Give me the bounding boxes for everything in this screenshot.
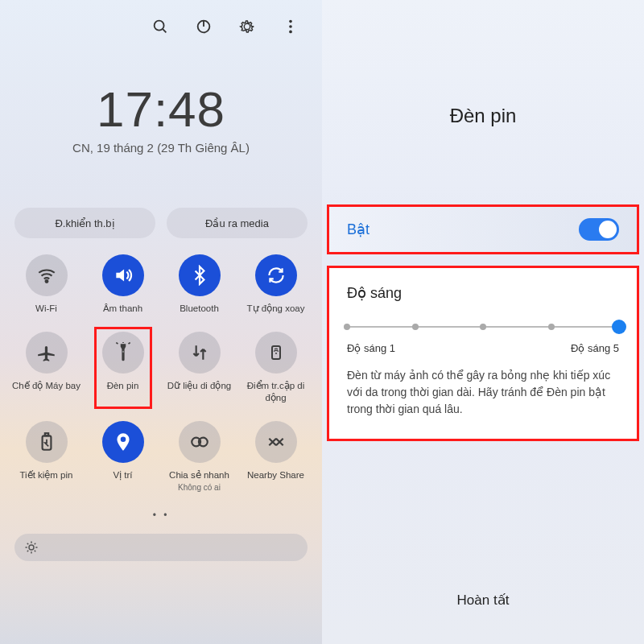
sound-icon xyxy=(102,254,144,296)
svg-point-4 xyxy=(289,20,292,23)
qs-tile-nearby[interactable]: Nearby Share xyxy=(237,421,314,491)
wifi-icon xyxy=(26,254,68,296)
quick-settings-panel: 17:48 CN, 19 tháng 2 (29 Th Giêng ÂL) Đ.… xyxy=(0,0,322,644)
qs-tile-quickshare[interactable]: Chia sẻ nhanhKhông có ai xyxy=(161,421,237,491)
svg-line-26 xyxy=(35,543,36,544)
qs-tile-wifi[interactable]: Wi-Fi xyxy=(8,254,85,314)
brightness-level-slider[interactable] xyxy=(347,320,619,334)
svg-line-9 xyxy=(116,343,118,345)
device-control-chip[interactable]: Đ.khiển th.bị xyxy=(14,208,155,238)
qs-tile-label: Chia sẻ nhanh xyxy=(169,469,229,481)
done-button[interactable]: Hoàn tất xyxy=(322,592,644,609)
slider-tick xyxy=(344,324,350,330)
qs-tile-battery[interactable]: Tiết kiệm pin xyxy=(8,421,85,491)
flashlight-toggle-row[interactable]: Bật xyxy=(327,204,639,254)
slider-tick xyxy=(412,324,419,330)
warning-text: Đèn từ máy ảnh có thể gây ra bỏng nhẹ kh… xyxy=(347,367,619,418)
data-icon xyxy=(179,332,221,374)
hotspot-icon xyxy=(255,332,297,374)
svg-line-24 xyxy=(35,550,36,551)
qs-tile-label: Nearby Share xyxy=(247,469,304,481)
slider-min-label: Độ sáng 1 xyxy=(347,342,395,354)
brightness-slider[interactable] xyxy=(14,534,308,561)
qs-tile-label: Wi-Fi xyxy=(35,303,57,314)
rotate-icon xyxy=(255,254,297,296)
location-icon xyxy=(102,421,144,463)
flashlight-switch[interactable] xyxy=(579,218,619,241)
slider-tick xyxy=(480,324,486,330)
power-icon[interactable] xyxy=(195,18,213,35)
svg-rect-15 xyxy=(44,433,47,436)
svg-line-23 xyxy=(27,543,29,544)
airplane-icon xyxy=(26,332,68,374)
topbar xyxy=(0,0,322,42)
page-title: Đèn pin xyxy=(322,105,644,127)
svg-point-5 xyxy=(289,25,292,28)
qs-tile-data[interactable]: Dữ liệu di động xyxy=(161,332,237,403)
brightness-card: Độ sáng Độ sáng 1 Độ sáng 5 Đèn từ máy ả… xyxy=(327,266,639,441)
svg-line-1 xyxy=(163,29,166,32)
qs-tile-label: Tự động xoay xyxy=(247,303,305,314)
qs-tile-airplane[interactable]: Chế độ Máy bay xyxy=(8,332,85,403)
qs-tile-label: Âm thanh xyxy=(103,303,142,314)
pager-dots[interactable]: • • xyxy=(0,510,322,521)
quickshare-icon xyxy=(179,421,221,463)
slider-thumb[interactable] xyxy=(612,320,626,334)
slider-tick xyxy=(548,324,555,330)
qs-tile-label: Tiết kiệm pin xyxy=(20,469,73,481)
clock: 17:48 CN, 19 tháng 2 (29 Th Giêng ÂL) xyxy=(0,80,322,155)
clock-time: 17:48 xyxy=(0,80,322,138)
battery-icon xyxy=(26,421,68,463)
qs-tile-label: Đèn pin xyxy=(107,380,139,391)
svg-line-10 xyxy=(128,343,130,345)
qs-tile-hotspot[interactable]: Điểm tr.cập di động xyxy=(237,332,314,403)
qs-tile-label: Dữ liệu di động xyxy=(167,380,232,391)
flashlight-settings-panel: Đèn pin Bật Độ sáng Độ sáng 1 Độ sáng 5 … xyxy=(322,0,644,644)
qs-tile-sublabel: Không có ai xyxy=(178,483,221,492)
more-icon[interactable] xyxy=(282,18,299,35)
qs-tile-label: Điểm tr.cập di động xyxy=(242,380,311,403)
nearby-icon xyxy=(255,421,297,463)
gear-icon[interactable] xyxy=(238,18,256,35)
slider-max-label: Độ sáng 5 xyxy=(571,342,619,354)
search-icon[interactable] xyxy=(151,18,169,35)
clock-date: CN, 19 tháng 2 (29 Th Giêng ÂL) xyxy=(0,141,322,155)
sun-icon xyxy=(24,540,39,555)
svg-point-8 xyxy=(122,351,123,353)
svg-point-18 xyxy=(29,545,34,550)
svg-point-0 xyxy=(155,21,164,31)
qs-tile-flashlight[interactable]: Đèn pin xyxy=(85,332,161,403)
svg-point-13 xyxy=(275,353,277,354)
quick-settings-grid: Wi-FiÂm thanhBluetoothTự động xoayChế độ… xyxy=(0,254,322,492)
bluetooth-icon xyxy=(179,254,221,296)
qs-tile-label: Vị trí xyxy=(113,469,132,481)
qs-tile-bluetooth[interactable]: Bluetooth xyxy=(161,254,237,314)
toggle-label: Bật xyxy=(347,221,369,238)
qs-tile-location[interactable]: Vị trí xyxy=(85,421,161,491)
svg-point-7 xyxy=(45,280,47,283)
qs-tile-sound[interactable]: Âm thanh xyxy=(85,254,161,314)
brightness-heading: Độ sáng xyxy=(347,284,619,302)
qs-tile-label: Chế độ Máy bay xyxy=(12,380,80,391)
flashlight-icon xyxy=(102,332,144,374)
svg-point-6 xyxy=(289,31,292,34)
media-output-chip[interactable]: Đầu ra media xyxy=(167,208,308,238)
svg-line-25 xyxy=(27,550,29,551)
qs-tile-rotate[interactable]: Tự động xoay xyxy=(237,254,314,314)
qs-tile-label: Bluetooth xyxy=(180,303,219,314)
